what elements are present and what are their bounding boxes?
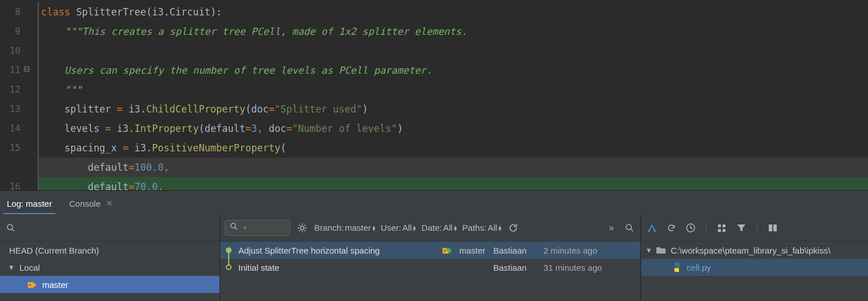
commit-author: Bastiaan <box>493 246 538 255</box>
commit-time: 31 minutes ago <box>543 263 640 272</box>
branches-toolbar <box>0 214 220 242</box>
svg-rect-12 <box>723 229 725 232</box>
code-line[interactable]: class SplitterTree(i3.Circuit): <box>39 2 868 22</box>
commits-toolbar: ▾ Branch: master ▴▾ User: All ▴▾ Date: A… <box>220 214 640 242</box>
code-line[interactable]: """ <box>39 80 868 99</box>
commits-search[interactable]: ▾ <box>225 220 290 236</box>
commit-time: 2 minutes ago <box>543 246 640 255</box>
search-icon[interactable] <box>623 222 636 234</box>
chevron-down-icon[interactable]: ▾ <box>244 224 246 231</box>
filter-date[interactable]: Date: All ▴▾ <box>421 223 457 232</box>
code-line[interactable] <box>39 41 868 61</box>
more-icon[interactable]: » <box>605 222 618 234</box>
line-number: 10 <box>0 41 31 61</box>
svg-point-0 <box>7 224 13 230</box>
chevron-down-icon: ▾ <box>647 245 651 255</box>
sort-icon: ▴▾ <box>498 225 501 231</box>
commit-row[interactable]: Initial state x Bastiaan 31 minutes ago <box>220 259 640 276</box>
svg-rect-10 <box>723 224 725 227</box>
changes-column: ▾ C:\workspace\pteam_library_si_fab\ipki… <box>641 214 868 301</box>
commits-column: ▾ Branch: master ▴▾ User: All ▴▾ Date: A… <box>220 214 641 301</box>
tab-console-label: Console <box>69 199 100 208</box>
code-line[interactable]: splitter = i3.ChildCellProperty(doc="Spl… <box>39 99 868 119</box>
cherry-pick-icon[interactable] <box>646 222 658 234</box>
python-file-icon <box>672 263 682 272</box>
tab-console[interactable]: Console✕ <box>66 192 116 214</box>
svg-rect-13 <box>769 224 772 231</box>
gear-icon[interactable] <box>296 222 309 234</box>
commit-message: Initial state <box>238 263 476 272</box>
sort-icon: ▴▾ <box>454 225 457 231</box>
line-number: 13 <box>0 99 31 119</box>
line-number: 11 <box>0 61 31 80</box>
commit-row[interactable]: Adjust SplitterTree horizontal spacing m… <box>220 242 640 259</box>
commits-list[interactable]: Adjust SplitterTree horizontal spacing m… <box>220 242 640 301</box>
commit-message: Adjust SplitterTree horizontal spacing <box>238 246 436 255</box>
gutter: 8 9 10 11 12 13 14 15 16 <box>0 0 31 190</box>
branch-head[interactable]: HEAD (Current Branch) <box>0 242 220 259</box>
search-icon[interactable] <box>5 222 17 234</box>
chevron-down-icon: ▾ <box>9 262 17 272</box>
vcs-tabs-bar: Log: master Console✕ <box>0 190 868 214</box>
sort-icon: ▴▾ <box>413 225 416 231</box>
line-number: 9 <box>0 22 31 41</box>
code-line[interactable]: default=100.0, <box>39 158 868 177</box>
fold-collapse-icon[interactable] <box>23 66 30 73</box>
line-number: 14 <box>0 119 31 138</box>
refresh-icon[interactable] <box>507 222 520 234</box>
svg-point-4 <box>626 224 631 230</box>
svg-point-5 <box>444 250 446 252</box>
history-icon[interactable] <box>684 222 697 234</box>
branch-search-input[interactable] <box>23 223 215 233</box>
code-line[interactable]: """This creates a splitter tree PCell, m… <box>39 22 868 41</box>
svg-rect-11 <box>718 229 721 232</box>
tab-log-label: Log: master <box>7 199 52 208</box>
branches-column: HEAD (Current Branch) ▾Local master <box>0 214 220 301</box>
file-tree-root[interactable]: ▾ C:\workspace\pteam_library_si_fab\ipki… <box>641 242 868 259</box>
svg-point-6 <box>648 230 650 232</box>
vcs-log-panel: HEAD (Current Branch) ▾Local master ▾ <box>0 214 868 301</box>
svg-point-2 <box>231 223 236 228</box>
sort-icon: ▴▾ <box>372 225 375 231</box>
filter-icon[interactable] <box>735 222 748 234</box>
line-number: 15 <box>0 138 31 158</box>
code-line[interactable]: spacing_x = i3.PositiveNumberProperty( <box>39 138 868 158</box>
changes-toolbar <box>641 214 868 242</box>
line-number: 8 <box>0 2 31 22</box>
bookmark-icon <box>27 280 38 288</box>
undo-icon[interactable] <box>665 222 678 234</box>
code-line[interactable]: levels = i3.IntProperty(default=3, doc="… <box>39 119 868 138</box>
svg-rect-9 <box>718 224 721 227</box>
filter-paths[interactable]: Paths: All ▴▾ <box>463 223 501 232</box>
commit-graph-node <box>225 259 233 276</box>
search-icon <box>230 222 239 233</box>
branches-list[interactable]: HEAD (Current Branch) ▾Local master <box>0 242 220 301</box>
commit-branch-tag[interactable]: master <box>442 246 485 255</box>
bookmark-icon <box>442 246 452 254</box>
filter-user[interactable]: User: All ▴▾ <box>381 223 416 232</box>
folder-icon <box>656 246 666 255</box>
filter-branch[interactable]: Branch: master ▴▾ <box>314 223 375 232</box>
commit-author: Bastiaan <box>493 263 538 272</box>
branch-master[interactable]: master <box>0 276 220 293</box>
svg-rect-14 <box>773 224 777 231</box>
group-icon[interactable] <box>716 222 728 234</box>
diff-preview-icon[interactable] <box>766 222 779 234</box>
close-icon[interactable]: ✕ <box>106 199 113 208</box>
branch-local-group[interactable]: ▾Local <box>0 259 220 276</box>
line-number <box>0 158 31 177</box>
file-name: cell.py <box>687 263 711 272</box>
svg-point-3 <box>301 226 304 230</box>
svg-point-7 <box>654 230 656 232</box>
line-number: 12 <box>0 80 31 99</box>
code-line[interactable]: Users can specify the number of tree lev… <box>39 61 868 80</box>
code-editor[interactable]: 8 9 10 11 12 13 14 15 16 class SplitterT… <box>0 0 868 190</box>
file-path: C:\workspace\pteam_library_si_fab\ipkiss… <box>671 246 830 255</box>
changed-files-list[interactable]: ▾ C:\workspace\pteam_library_si_fab\ipki… <box>641 242 868 301</box>
svg-point-1 <box>30 284 31 286</box>
code-area[interactable]: class SplitterTree(i3.Circuit): """This … <box>39 0 868 190</box>
file-item[interactable]: cell.py <box>641 259 868 276</box>
tab-log[interactable]: Log: master <box>3 192 55 214</box>
